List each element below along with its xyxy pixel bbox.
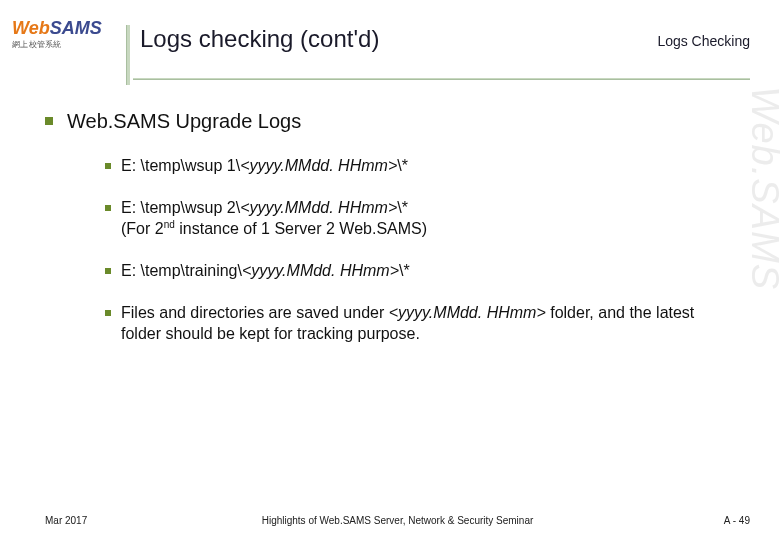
list-item: E: \temp\training\<yyyy.MMdd. HHmm>\* (105, 260, 720, 282)
path-prefix: E: \temp\wsup 1\ (121, 157, 240, 174)
item-text: Files and directories are saved under <y… (121, 302, 720, 345)
list-item: E: \temp\wsup 1\<yyyy.MMdd. HHmm>\* (105, 155, 720, 177)
footer-date: Mar 2017 (45, 515, 87, 526)
note-sup: nd (164, 219, 175, 230)
path-suffix: \* (397, 157, 408, 174)
logo-web: Web (12, 18, 50, 38)
heading-row: Web.SAMS Upgrade Logs (45, 110, 720, 133)
bullet-icon (45, 117, 53, 125)
list-item: E: \temp\wsup 2\<yyyy.MMdd. HHmm>\* (For… (105, 197, 720, 241)
path-placeholder: <yyyy.MMdd. HHmm> (242, 262, 399, 279)
watermark: Web.SAMS (743, 86, 780, 290)
footer-center: Highlights of Web.SAMS Server, Network &… (262, 515, 534, 526)
logo: WebSAMS 網上校管系統 (12, 18, 122, 58)
footer: Mar 2017 Highlights of Web.SAMS Server, … (45, 515, 750, 526)
path-prefix: E: \temp\training\ (121, 262, 242, 279)
bullet-icon (105, 310, 111, 316)
desc-placeholder: <yyyy.MMdd. HHmm> (389, 304, 546, 321)
logo-sams: SAMS (50, 18, 102, 38)
note-b: instance of 1 Server 2 Web.SAMS) (175, 221, 427, 238)
note-a: (For 2 (121, 221, 164, 238)
title-underline (133, 78, 750, 80)
path-suffix: \* (399, 262, 410, 279)
footer-page: A - 49 (724, 515, 750, 526)
path-prefix: E: \temp\wsup 2\ (121, 199, 240, 216)
path-suffix: \* (397, 199, 408, 216)
path-placeholder: <yyyy.MMdd. HHmm> (240, 157, 397, 174)
slide-title: Logs checking (cont'd) (140, 25, 379, 52)
title-vertical-rule (126, 25, 130, 85)
logo-subtitle: 網上校管系統 (12, 39, 122, 50)
item-text: E: \temp\wsup 2\<yyyy.MMdd. HHmm>\* (For… (121, 197, 427, 241)
logo-text: WebSAMS (12, 18, 122, 39)
list-item: Files and directories are saved under <y… (105, 302, 720, 345)
slide-subtitle: Logs Checking (657, 33, 750, 49)
item-text: E: \temp\training\<yyyy.MMdd. HHmm>\* (121, 260, 410, 282)
sub-list: E: \temp\wsup 1\<yyyy.MMdd. HHmm>\* E: \… (105, 155, 720, 345)
desc-a: Files and directories are saved under (121, 304, 389, 321)
item-text: E: \temp\wsup 1\<yyyy.MMdd. HHmm>\* (121, 155, 408, 177)
bullet-icon (105, 268, 111, 274)
bullet-icon (105, 205, 111, 211)
content-area: Web.SAMS Upgrade Logs E: \temp\wsup 1\<y… (45, 110, 720, 365)
path-placeholder: <yyyy.MMdd. HHmm> (240, 199, 397, 216)
bullet-icon (105, 163, 111, 169)
title-area: Logs checking (cont'd) Logs Checking (140, 25, 750, 77)
section-heading: Web.SAMS Upgrade Logs (67, 110, 301, 133)
